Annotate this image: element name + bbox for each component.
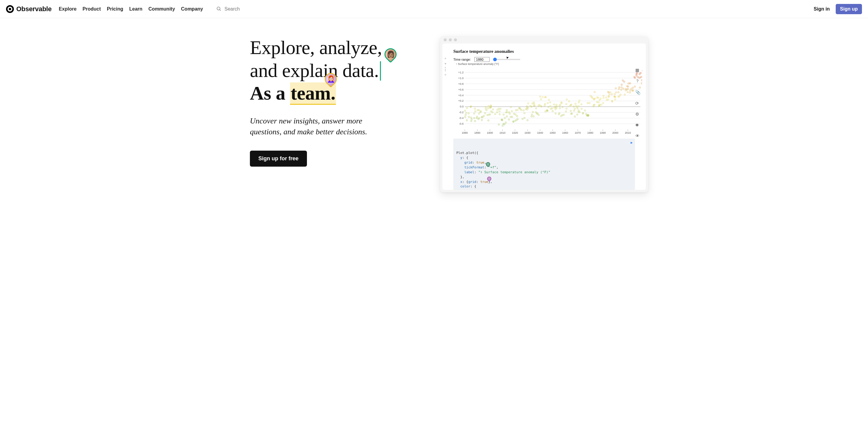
svg-point-319 bbox=[629, 90, 631, 91]
search[interactable] bbox=[216, 6, 260, 12]
svg-text:1890: 1890 bbox=[474, 131, 480, 134]
svg-point-112 bbox=[503, 114, 504, 115]
window-titlebar bbox=[440, 36, 648, 43]
svg-point-54 bbox=[464, 116, 466, 118]
time-range-input[interactable] bbox=[474, 57, 490, 62]
svg-text:2010: 2010 bbox=[625, 131, 631, 134]
svg-point-115 bbox=[506, 110, 508, 111]
svg-point-296 bbox=[615, 92, 617, 93]
svg-point-122 bbox=[508, 119, 510, 120]
brand-logo[interactable]: Observable bbox=[6, 5, 52, 13]
svg-point-213 bbox=[566, 108, 567, 109]
hero-headline: Explore, analyze, and explain data. As a… bbox=[250, 36, 382, 105]
svg-point-191 bbox=[556, 104, 557, 106]
svg-point-50 bbox=[464, 110, 466, 112]
svg-point-269 bbox=[596, 101, 598, 103]
svg-point-238 bbox=[581, 103, 582, 105]
svg-point-272 bbox=[606, 99, 608, 101]
svg-text:-0.2: -0.2 bbox=[459, 111, 464, 114]
svg-point-110 bbox=[506, 116, 508, 117]
svg-point-60 bbox=[473, 113, 475, 114]
svg-point-148 bbox=[525, 109, 527, 110]
svg-point-105 bbox=[499, 111, 500, 112]
svg-point-266 bbox=[598, 102, 599, 103]
svg-point-124 bbox=[510, 116, 512, 118]
svg-point-277 bbox=[606, 97, 607, 98]
svg-point-208 bbox=[563, 114, 565, 116]
slider-knob-icon[interactable] bbox=[493, 58, 497, 61]
svg-point-137 bbox=[517, 115, 518, 117]
svg-point-146 bbox=[521, 109, 522, 111]
run-cell-icon[interactable]: ▶ bbox=[630, 140, 632, 145]
svg-point-333 bbox=[641, 77, 642, 78]
demo-notebook-window: ▦ ？ 📎 ⟳ ⚙ ✱ 👁 Surface temperature anomal… bbox=[440, 36, 648, 192]
svg-point-328 bbox=[638, 77, 639, 78]
svg-point-108 bbox=[497, 109, 498, 111]
collab-cursor-icon bbox=[380, 61, 381, 81]
svg-point-315 bbox=[629, 92, 631, 93]
svg-text:1910: 1910 bbox=[499, 131, 505, 134]
svg-point-126 bbox=[514, 113, 515, 114]
svg-point-290 bbox=[621, 87, 622, 88]
nav-pricing[interactable]: Pricing bbox=[107, 6, 123, 12]
svg-point-142 bbox=[527, 120, 528, 121]
svg-point-88 bbox=[488, 120, 489, 121]
svg-point-262 bbox=[600, 98, 601, 99]
svg-text:1970: 1970 bbox=[575, 131, 581, 134]
nav-learn[interactable]: Learn bbox=[129, 6, 143, 12]
svg-point-144 bbox=[522, 118, 523, 120]
collapse-icon[interactable]: ▸ bbox=[443, 63, 447, 65]
code-cell[interactable]: ▶ Plot.plot({ y: { grid: true, tickForma… bbox=[453, 139, 635, 190]
svg-point-305 bbox=[623, 88, 624, 89]
svg-point-289 bbox=[615, 99, 616, 100]
svg-point-273 bbox=[602, 102, 604, 104]
svg-point-205 bbox=[560, 115, 562, 117]
nav-product[interactable]: Product bbox=[83, 6, 101, 12]
add-above-icon[interactable]: + bbox=[444, 56, 447, 61]
svg-point-314 bbox=[627, 86, 629, 87]
add-below-icon[interactable]: + bbox=[444, 72, 447, 77]
svg-point-116 bbox=[505, 122, 506, 123]
notebook-title: Surface temperature anomalies bbox=[453, 49, 635, 54]
svg-point-223 bbox=[573, 106, 574, 107]
svg-point-293 bbox=[619, 87, 620, 88]
svg-point-283 bbox=[614, 93, 615, 95]
svg-point-107 bbox=[500, 108, 501, 110]
time-range-slider[interactable] bbox=[493, 59, 520, 60]
svg-point-143 bbox=[526, 106, 528, 107]
svg-point-78 bbox=[481, 119, 483, 121]
svg-point-83 bbox=[487, 114, 488, 116]
sign-in-link[interactable]: Sign in bbox=[814, 6, 830, 12]
brand-name: Observable bbox=[16, 5, 52, 13]
sign-up-button[interactable]: Sign up bbox=[836, 4, 862, 14]
nav-explore[interactable]: Explore bbox=[59, 6, 77, 12]
svg-text:+0.8: +0.8 bbox=[458, 82, 464, 85]
svg-point-230 bbox=[581, 108, 583, 110]
svg-text:1920: 1920 bbox=[512, 131, 518, 134]
cta-sign-up-free-button[interactable]: Sign up for free bbox=[250, 151, 307, 167]
svg-point-56 bbox=[466, 120, 468, 121]
top-nav: Observable Explore Product Pricing Learn… bbox=[0, 0, 868, 18]
svg-point-52 bbox=[466, 108, 468, 109]
svg-point-103 bbox=[498, 124, 500, 125]
search-input[interactable] bbox=[224, 6, 260, 12]
svg-point-156 bbox=[531, 116, 532, 117]
svg-point-87 bbox=[483, 115, 485, 117]
nav-community[interactable]: Community bbox=[149, 6, 175, 12]
chart-y-label: ↑ Surface temperature anomaly (°F) bbox=[456, 62, 499, 65]
code-content: Plot.plot({ y: { grid: true, tickFormat:… bbox=[456, 151, 550, 190]
traffic-light-min-icon bbox=[449, 38, 452, 41]
nav-auth: Sign in Sign up bbox=[814, 4, 862, 14]
svg-point-181 bbox=[548, 99, 550, 100]
cell-drag-icon[interactable] bbox=[445, 67, 446, 71]
svg-text:+0.4: +0.4 bbox=[458, 94, 464, 97]
svg-point-258 bbox=[590, 95, 592, 97]
svg-point-221 bbox=[574, 116, 576, 117]
nav-company[interactable]: Company bbox=[181, 6, 203, 12]
svg-point-149 bbox=[524, 113, 525, 114]
notebook-body: ▦ ？ 📎 ⟳ ⚙ ✱ 👁 Surface temperature anomal… bbox=[442, 43, 646, 190]
svg-point-220 bbox=[575, 103, 577, 104]
svg-point-249 bbox=[587, 102, 589, 104]
svg-point-100 bbox=[499, 114, 500, 115]
svg-point-211 bbox=[566, 99, 568, 100]
